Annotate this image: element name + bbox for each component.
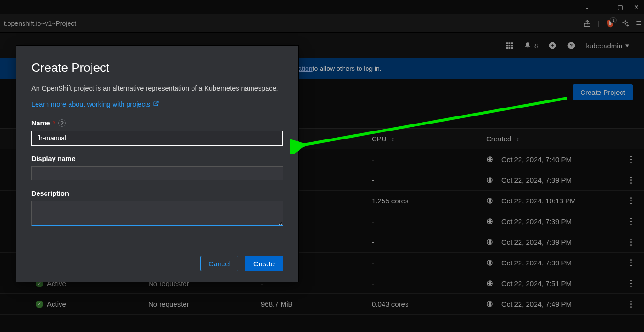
display-name-label-row: Display name [31,155,283,162]
name-label: Name [31,119,50,127]
learn-more-link[interactable]: Learn more about working with projects [31,100,159,108]
create-button[interactable]: Create [245,256,283,271]
required-indicator: * [53,119,56,127]
display-name-label: Display name [31,155,76,162]
modal-description: An OpenShift project is an alternative r… [31,85,283,92]
display-name-input[interactable] [31,166,283,180]
learn-more-text: Learn more about working with projects [31,100,150,108]
description-label-row: Description [31,190,283,197]
description-label: Description [31,190,69,197]
cancel-button[interactable]: Cancel [200,256,238,271]
external-link-icon [153,100,159,108]
name-label-row: Name * ? [31,119,283,127]
create-project-modal: Create Project An OpenShift project is a… [16,46,298,282]
modal-title: Create Project [31,61,283,75]
description-input[interactable] [31,201,283,226]
help-icon[interactable]: ? [58,119,66,127]
name-input[interactable] [31,131,283,146]
